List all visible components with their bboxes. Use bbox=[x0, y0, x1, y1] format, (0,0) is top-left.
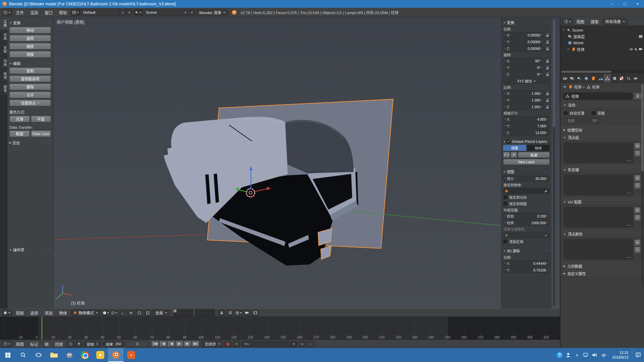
gp-source-scene-toggle[interactable]: 场景 bbox=[503, 145, 526, 151]
scale-button[interactable]: 缩放 bbox=[9, 43, 51, 50]
shelf-tab-grease-pencil[interactable]: 蜡笔 bbox=[0, 82, 7, 96]
uv-maps-list[interactable] bbox=[564, 207, 633, 227]
lock-scale-z-button[interactable] bbox=[545, 104, 550, 110]
outliner-display-mode-dropdown[interactable]: 所有场景 bbox=[602, 18, 628, 25]
tl-menu-view[interactable]: 视图 bbox=[13, 341, 26, 348]
duplicate-button[interactable]: 复制 bbox=[9, 67, 51, 74]
panel-header-transform[interactable]: 变换 bbox=[9, 20, 51, 25]
frame-start-field[interactable]: 起始:1 bbox=[84, 341, 102, 347]
layer-cell[interactable] bbox=[177, 313, 181, 317]
outliner-menu-search[interactable]: 搜索 bbox=[588, 18, 601, 25]
duplicate-linked-button[interactable]: 复制链接项 bbox=[9, 75, 51, 82]
tray-overflow-button[interactable] bbox=[573, 348, 581, 362]
current-frame-field[interactable]: 3 bbox=[125, 341, 149, 347]
input-method-indicator[interactable]: 中 bbox=[599, 348, 609, 362]
properties-scrollbar[interactable] bbox=[641, 84, 643, 285]
layer-cell[interactable] bbox=[211, 309, 215, 313]
outliner-horizontal-scrollbar[interactable] bbox=[560, 70, 644, 73]
scrollbar-thumb[interactable] bbox=[561, 71, 611, 73]
lock-location-y-button[interactable] bbox=[545, 39, 550, 45]
panel-header-operator[interactable]: 操作项 bbox=[9, 247, 51, 252]
opengl-render-animation-button[interactable] bbox=[252, 310, 259, 316]
editor-type-info-button[interactable] bbox=[2, 9, 12, 16]
tree-row-object[interactable]: 柱体 bbox=[562, 46, 643, 52]
viewport-scrollbar[interactable] bbox=[553, 20, 555, 306]
rotation-y-field[interactable]: Y:0° bbox=[503, 65, 544, 70]
layer-cell[interactable] bbox=[195, 309, 199, 313]
task-view-button[interactable] bbox=[31, 348, 46, 362]
scrollbar-thumb[interactable] bbox=[641, 84, 643, 171]
scale-y-field[interactable]: Y:1.000 bbox=[503, 97, 544, 103]
tab-material[interactable] bbox=[611, 74, 618, 82]
location-z-field[interactable]: Z:0.00000 bbox=[503, 46, 544, 51]
minimize-button[interactable]: – bbox=[606, 0, 619, 8]
layer-cell[interactable] bbox=[181, 309, 185, 313]
add-vertex-color-button[interactable] bbox=[634, 239, 641, 246]
vp-menu-object[interactable]: 物体 bbox=[56, 309, 70, 316]
taskbar-search-button[interactable] bbox=[15, 348, 31, 362]
insert-keyframe-button[interactable] bbox=[299, 341, 307, 347]
taskbar-clock[interactable]: 12:31 2018/8/12 bbox=[609, 350, 632, 360]
layer-cell[interactable] bbox=[211, 313, 215, 317]
layer-cell[interactable] bbox=[189, 309, 193, 313]
renderable-camera-icon[interactable] bbox=[639, 48, 643, 51]
layout-browse-button[interactable] bbox=[71, 9, 80, 15]
orange-app-button[interactable] bbox=[123, 348, 139, 362]
lock-scale-x-button[interactable] bbox=[545, 90, 550, 96]
scene-add-button[interactable]: + bbox=[182, 9, 189, 15]
manipulator-toggle-button[interactable] bbox=[119, 310, 126, 316]
layout-delete-button[interactable]: × bbox=[126, 9, 132, 15]
delete-button[interactable]: 删除 bbox=[9, 83, 51, 90]
breadcrumb-object[interactable]: 柱体 bbox=[574, 84, 582, 89]
add-shape-key-button[interactable] bbox=[634, 175, 641, 181]
layer-cell[interactable] bbox=[189, 313, 193, 317]
render-toggle-icon[interactable] bbox=[639, 35, 643, 38]
shade-flat-button[interactable]: 平直 bbox=[31, 116, 51, 122]
viewport-shading-dropdown[interactable] bbox=[102, 310, 109, 316]
tree-row-render-layers[interactable]: 渲染层 bbox=[562, 33, 643, 40]
lock-rotation-x-button[interactable] bbox=[545, 58, 550, 64]
auto-keyframe-button[interactable] bbox=[224, 341, 232, 347]
scene-camera-field[interactable] bbox=[503, 232, 550, 238]
move-button[interactable]: 移动 bbox=[9, 27, 51, 34]
lock-object-field[interactable] bbox=[503, 188, 550, 194]
panel-header-grease-pencil[interactable]: Grease Pencil Layers bbox=[503, 139, 550, 143]
collapse-icon[interactable] bbox=[567, 47, 570, 51]
lock-location-z-button[interactable] bbox=[545, 46, 550, 51]
panel-header-view[interactable]: 视图 bbox=[503, 169, 550, 174]
editor-type-timeline-button[interactable] bbox=[2, 341, 12, 347]
layer-cell[interactable] bbox=[203, 309, 207, 313]
layer-cell[interactable] bbox=[199, 309, 203, 313]
auto-key-mode-dropdown[interactable] bbox=[233, 341, 240, 347]
layer-cell[interactable] bbox=[199, 313, 203, 317]
frame-end-field[interactable]: 结束:250 bbox=[103, 341, 124, 347]
scene-browse-button[interactable] bbox=[134, 9, 143, 15]
vertex-groups-list[interactable] bbox=[564, 143, 633, 163]
render-border-checkbox[interactable] bbox=[503, 240, 507, 243]
scale-x-field[interactable]: X:1.000 bbox=[503, 90, 544, 96]
menu-file[interactable]: 文件 bbox=[13, 9, 26, 16]
location-x-field[interactable]: X:0.00000 bbox=[503, 32, 544, 38]
layer-cell[interactable] bbox=[181, 313, 185, 317]
add-uv-map-button[interactable] bbox=[634, 207, 641, 214]
lock-rotation-y-button[interactable] bbox=[545, 65, 550, 70]
tab-object-data[interactable] bbox=[604, 74, 611, 82]
tl-menu-frame[interactable]: 帧 bbox=[42, 341, 51, 348]
menu-help[interactable]: 帮助 bbox=[56, 9, 70, 16]
tab-particles[interactable] bbox=[625, 74, 632, 82]
panel-header-custom-properties[interactable]: 自定义属性 bbox=[560, 270, 644, 277]
shelf-tab-animation[interactable]: 动画 bbox=[0, 56, 7, 69]
lock-time-button[interactable] bbox=[75, 341, 83, 347]
panel-header-history[interactable]: 历史 bbox=[9, 140, 51, 145]
panel-header-3d-cursor[interactable]: 3D 游标 bbox=[503, 248, 550, 253]
manipulator-rotate-button[interactable] bbox=[136, 310, 143, 316]
action-center-button[interactable] bbox=[632, 348, 644, 362]
scene-delete-button[interactable]: × bbox=[189, 9, 195, 15]
tab-physics[interactable] bbox=[632, 74, 639, 82]
eyedropper-icon[interactable] bbox=[544, 234, 548, 237]
remove-uv-map-button[interactable] bbox=[634, 215, 641, 221]
manipulator-translate-button[interactable] bbox=[127, 310, 135, 316]
tree-row-world[interactable]: World bbox=[562, 40, 643, 46]
dimension-z-field[interactable]: Z:13.000 bbox=[503, 130, 550, 135]
dimension-x-field[interactable]: X:4.800 bbox=[503, 116, 550, 122]
